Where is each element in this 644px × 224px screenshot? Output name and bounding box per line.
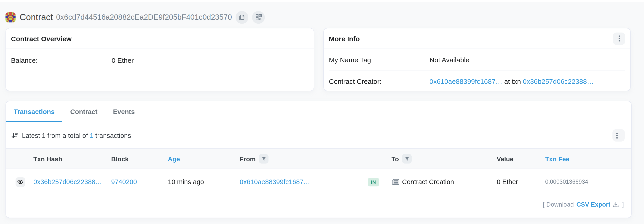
balance-label: Balance: xyxy=(11,56,112,64)
age-cell: 10 mins ago xyxy=(168,178,240,185)
txn-fee-cell: 0.000301366934 xyxy=(545,179,624,185)
contract-address: 0x6cd7d44516a20882cEa2DE9f205bF401c0d235… xyxy=(56,13,232,22)
col-txn-hash: Txn Hash xyxy=(34,155,111,162)
name-tag-value: Not Available xyxy=(430,56,470,64)
txn-hash-cell: 0x36b257d06c22388… xyxy=(34,178,111,185)
col-block: Block xyxy=(111,155,168,162)
contract-overview-header: Contract Overview xyxy=(6,28,314,49)
to-cell: Contract Creation xyxy=(392,178,497,185)
direction-badge: IN xyxy=(368,177,379,186)
block-link[interactable]: 9740200 xyxy=(111,178,137,185)
col-from-label: From xyxy=(240,155,256,162)
tab-transactions[interactable]: Transactions xyxy=(6,101,62,122)
creator-connector: at txn xyxy=(504,77,521,85)
col-to: To xyxy=(392,154,497,163)
txn-preview-cell xyxy=(13,177,34,187)
from-address-link[interactable]: 0x610ae88399fc1687… xyxy=(240,178,310,185)
sort-icon xyxy=(12,132,22,139)
top-navbar-edge xyxy=(0,0,644,2)
copy-icon xyxy=(239,14,245,20)
contract-creator-label: Contract Creator: xyxy=(329,77,430,85)
contract-creator-value: 0x610ae88399fc1687…at txn0x36b257d06c223… xyxy=(430,77,594,85)
kebab-menu-icon xyxy=(618,35,620,42)
more-info-header: More Info xyxy=(324,28,630,49)
transactions-summary-row: Latest 1 from a total of 1 transactions xyxy=(6,122,631,148)
transactions-summary: Latest 1 from a total of 1 transactions xyxy=(22,132,131,139)
download-icon xyxy=(611,201,620,208)
filter-icon xyxy=(262,156,266,161)
balance-row: Balance: 0 Ether xyxy=(11,56,309,64)
col-age-sort[interactable]: Age xyxy=(168,155,240,162)
page: Contract 0x6cd7d44516a20882cEa2DE9f205bF… xyxy=(0,0,644,224)
filter-icon xyxy=(404,156,409,161)
transactions-menu-button[interactable] xyxy=(612,129,625,142)
page-title: Contract xyxy=(20,12,53,22)
summary-cards-row: Contract Overview Balance: 0 Ether More … xyxy=(6,28,631,91)
tab-bar: Transactions Contract Events xyxy=(6,101,631,122)
from-cell: 0x610ae88399fc1687… xyxy=(240,178,362,185)
download-bracket-open: [ Download xyxy=(543,201,576,208)
contract-icon xyxy=(392,179,402,185)
col-value: Value xyxy=(497,155,545,162)
name-tag-label: My Name Tag: xyxy=(329,56,430,64)
page-header: Contract 0x6cd7d44516a20882cEa2DE9f205bF… xyxy=(6,7,265,28)
tab-events[interactable]: Events xyxy=(105,101,142,122)
col-from: From xyxy=(240,154,362,163)
transactions-table-header: Txn Hash Block Age From To xyxy=(6,148,631,169)
direction-cell: IN xyxy=(362,177,392,186)
more-info-title: More Info xyxy=(329,35,360,42)
download-bracket-close: ] xyxy=(620,201,624,208)
col-txn-fee-sort[interactable]: Txn Fee xyxy=(545,155,624,162)
block-cell: 9740200 xyxy=(111,178,168,185)
from-filter-button[interactable] xyxy=(259,154,268,163)
csv-export-footer: [ Download CSV Export ] xyxy=(6,201,631,208)
txn-preview-button[interactable] xyxy=(16,177,25,187)
qrcode-button[interactable] xyxy=(252,11,265,24)
tab-contract[interactable]: Contract xyxy=(62,101,105,122)
csv-export-link[interactable]: CSV Export xyxy=(576,201,610,208)
more-info-card: More Info My Name Tag: Not Available Con… xyxy=(323,28,631,91)
summary-count-link[interactable]: 1 xyxy=(90,132,94,139)
contract-overview-card: Contract Overview Balance: 0 Ether xyxy=(6,28,314,91)
summary-suffix: transactions xyxy=(94,132,131,139)
transaction-row: 0x36b257d06c22388… 9740200 10 mins ago 0… xyxy=(6,169,631,195)
transactions-card: Transactions Contract Events Latest 1 fr… xyxy=(6,101,632,218)
contract-overview-body: Balance: 0 Ether xyxy=(6,49,314,72)
balance-value: 0 Ether xyxy=(112,56,134,64)
name-tag-row: My Name Tag: Not Available xyxy=(324,49,630,71)
contract-creator-row: Contract Creator: 0x610ae88399fc1687…at … xyxy=(324,71,630,92)
creator-txn-link[interactable]: 0x36b257d06c22388… xyxy=(523,77,594,85)
contract-overview-title: Contract Overview xyxy=(11,35,72,42)
qrcode-icon xyxy=(256,14,262,20)
to-label: Contract Creation xyxy=(402,178,454,185)
value-cell: 0 Ether xyxy=(497,178,545,185)
more-info-menu-button[interactable] xyxy=(613,32,625,45)
summary-prefix: Latest 1 from a total of xyxy=(22,132,90,139)
kebab-menu-icon xyxy=(616,132,621,139)
copy-address-button[interactable] xyxy=(236,11,248,24)
contract-identicon xyxy=(6,12,16,22)
txn-hash-link[interactable]: 0x36b257d06c22388… xyxy=(34,178,102,185)
creator-address-link[interactable]: 0x610ae88399fc1687… xyxy=(430,77,502,85)
to-filter-button[interactable] xyxy=(402,154,412,163)
eye-icon xyxy=(17,179,24,184)
col-to-label: To xyxy=(392,155,399,162)
